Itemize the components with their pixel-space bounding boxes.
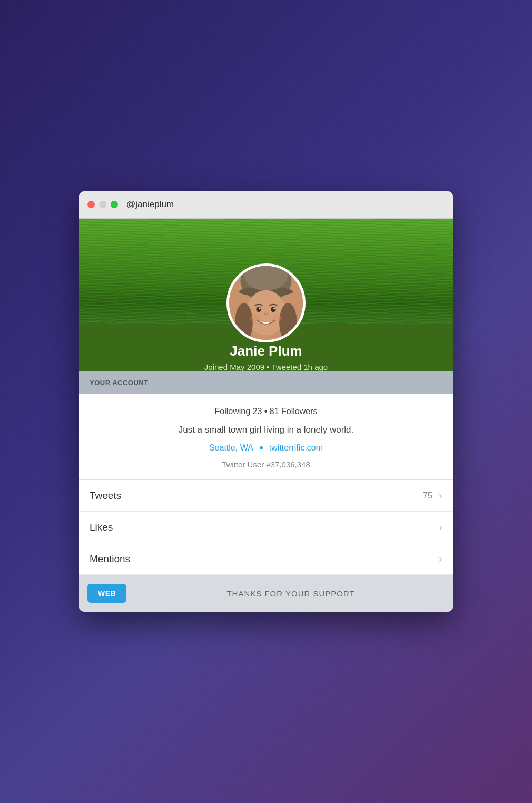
svg-point-9 bbox=[259, 307, 260, 309]
tweets-count: 75 bbox=[422, 491, 432, 501]
tweets-right: 75 › bbox=[422, 489, 442, 502]
likes-right: › bbox=[439, 521, 442, 533]
profile-name: Janie Plum bbox=[230, 343, 302, 359]
close-button[interactable] bbox=[87, 201, 95, 208]
svg-point-11 bbox=[250, 315, 260, 321]
footer-bar: WEB THANKS FOR YOUR SUPPORT bbox=[79, 575, 453, 612]
dot-separator bbox=[260, 446, 263, 449]
bio: Just a small town girl living in a lonel… bbox=[90, 424, 442, 436]
web-button[interactable]: WEB bbox=[87, 584, 126, 603]
tweets-chevron-icon: › bbox=[439, 489, 442, 502]
mentions-chevron-icon: › bbox=[439, 553, 442, 565]
mentions-right: › bbox=[439, 553, 442, 565]
maximize-button[interactable] bbox=[111, 201, 118, 208]
title-bar: @janieplum bbox=[79, 191, 453, 219]
profile-meta: Joined May 2009 • Tweeted 1h ago bbox=[204, 363, 328, 371]
user-id: Twitter User #37,036,348 bbox=[90, 460, 442, 469]
svg-point-10 bbox=[273, 307, 275, 309]
svg-point-12 bbox=[272, 315, 282, 321]
links-row: Seattle, WA twitterrific.com bbox=[90, 443, 442, 453]
avatar bbox=[226, 263, 306, 342]
account-section-header: YOUR ACCOUNT bbox=[79, 371, 453, 394]
minimize-button[interactable] bbox=[99, 201, 106, 208]
likes-nav-row[interactable]: Likes › bbox=[79, 512, 453, 543]
account-info: Following 23 • 81 Followers Just a small… bbox=[79, 394, 453, 481]
follow-stats: Following 23 • 81 Followers bbox=[90, 407, 442, 416]
support-text: THANKS FOR YOUR SUPPORT bbox=[137, 589, 445, 598]
mentions-label: Mentions bbox=[90, 553, 130, 565]
mentions-nav-row[interactable]: Mentions › bbox=[79, 543, 453, 575]
location-link[interactable]: Seattle, WA bbox=[209, 443, 253, 453]
svg-point-8 bbox=[271, 307, 275, 312]
tweets-nav-row[interactable]: Tweets 75 › bbox=[79, 480, 453, 512]
app-window: @janieplum bbox=[79, 191, 453, 612]
svg-point-7 bbox=[256, 307, 261, 312]
likes-label: Likes bbox=[90, 522, 113, 533]
window-title: @janieplum bbox=[126, 199, 174, 210]
profile-header: Janie Plum Joined May 2009 • Tweeted 1h … bbox=[79, 219, 453, 371]
tweets-label: Tweets bbox=[90, 490, 121, 502]
likes-chevron-icon: › bbox=[439, 521, 442, 533]
website-link[interactable]: twitterrific.com bbox=[269, 443, 323, 453]
traffic-lights bbox=[87, 201, 118, 208]
